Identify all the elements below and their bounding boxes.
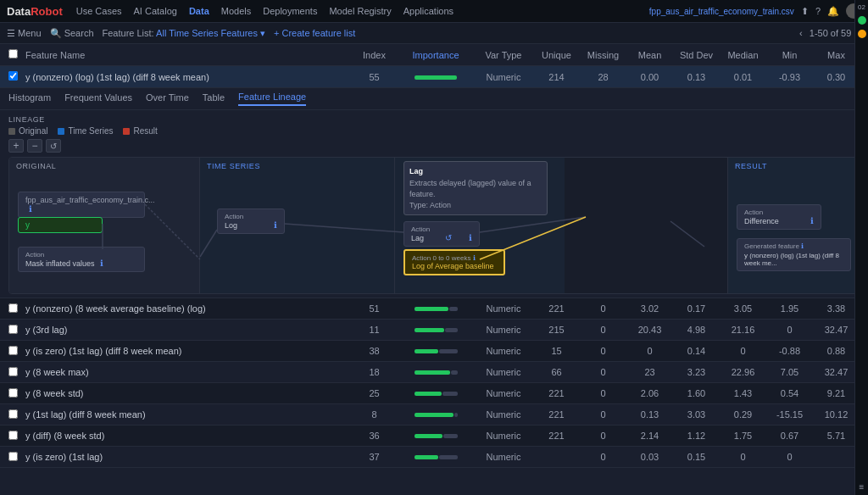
row-index: 38 — [351, 346, 398, 356]
table-row[interactable]: y (is zero) (1st lag) (diff 8 week mean)… — [0, 341, 868, 362]
row-cb[interactable] — [8, 303, 25, 314]
table-row[interactable]: y (8 week max) 18 Numeric 66 0 23 3.23 2… — [0, 362, 868, 383]
row-min: 0.67 — [766, 431, 813, 441]
selected-feature-row[interactable]: y (nonzero) (log) (1st lag) (diff 8 week… — [0, 66, 868, 88]
log-action-node[interactable]: Action Log ℹ — [217, 209, 285, 234]
header-unique[interactable]: Unique — [533, 50, 580, 60]
header-stddev[interactable]: Std Dev — [673, 50, 720, 60]
row-checkbox[interactable] — [8, 71, 25, 82]
row-vartype: Numeric — [474, 325, 533, 335]
tab-table[interactable]: Table — [203, 92, 225, 105]
time-series-section: TIME SERIES Action Log ℹ — [200, 158, 395, 293]
row-name: y (is zero) (1st lag) — [25, 452, 351, 462]
zoom-controls: + − ↺ — [8, 139, 860, 153]
feature-list-value[interactable]: All Time Series Features — [156, 28, 258, 38]
table-row[interactable]: y (diff) (8 week std) 36 Numeric 221 0 2… — [0, 425, 868, 447]
filename: fpp_aus_air_traffic_economy_train.csv — [649, 7, 794, 16]
row-unique: 15 — [533, 346, 580, 356]
y-node[interactable]: y — [18, 217, 103, 233]
page-number-badge: 02 — [858, 3, 865, 11]
row-name: y (3rd lag) — [25, 325, 351, 335]
tab-over-time[interactable]: Over Time — [146, 92, 189, 105]
row-mean: 2.06 — [626, 388, 673, 398]
search-button[interactable]: 🔍 Search — [50, 28, 94, 39]
nav-applications[interactable]: Applications — [403, 6, 453, 16]
reset-zoom-button[interactable]: ↺ — [46, 139, 61, 153]
row-index: 25 — [351, 388, 398, 398]
nav-model-registry[interactable]: Model Registry — [329, 6, 391, 16]
row-cb[interactable] — [8, 367, 25, 378]
row-max: 0.88 — [813, 346, 860, 356]
row-name: y (8 week std) — [25, 388, 351, 398]
nav-data[interactable]: Data — [189, 6, 209, 16]
row-index: 36 — [351, 431, 398, 441]
pagination: ‹ 1-50 of 59 › — [799, 28, 861, 38]
table-row[interactable]: y (nonzero) (8 week average baseline) (l… — [0, 298, 868, 320]
create-feature-button[interactable]: + Create feature list — [274, 28, 355, 38]
header-median[interactable]: Median — [720, 50, 766, 60]
legend-time-series: Time Series — [58, 126, 113, 136]
header-max[interactable]: Max — [813, 50, 860, 60]
file-node[interactable]: fpp_aus_air_traffic_economy_train.c... ℹ — [18, 192, 145, 218]
time-series-label: TIME SERIES — [200, 158, 394, 175]
top-nav-right: fpp_aus_air_traffic_economy_train.csv ⬆ … — [649, 3, 861, 19]
row-max: 3.38 — [813, 303, 860, 314]
panel-menu-icon[interactable]: ≡ — [860, 482, 865, 492]
original-label: ORIGINAL — [9, 158, 199, 175]
tab-frequent-values[interactable]: Frequent Values — [64, 92, 132, 105]
mask-action-node[interactable]: Action Mask inflated values ℹ — [18, 247, 145, 272]
row-missing: 0 — [580, 409, 626, 420]
prev-page-button[interactable]: ‹ — [799, 28, 803, 38]
row-cb[interactable] — [8, 409, 25, 420]
row-cb[interactable] — [8, 346, 25, 357]
header-importance[interactable]: Importance — [398, 50, 474, 60]
row-cb[interactable] — [8, 388, 25, 399]
row-min: 7.05 — [766, 367, 813, 377]
row-std: 4.98 — [673, 325, 720, 335]
table-row[interactable]: y (3rd lag) 11 Numeric 215 0 20.43 4.98 … — [0, 320, 868, 341]
logo[interactable]: Data Robot — [7, 5, 63, 18]
nav-ai-catalog[interactable]: AI Catalog — [134, 6, 177, 16]
row-cb[interactable] — [8, 325, 25, 336]
generated-feature-node[interactable]: Generated feature ℹ y (nonzero) (log) (1… — [737, 238, 851, 271]
table-row[interactable]: y (is zero) (1st lag) 37 Numeric 0 0.03 … — [0, 447, 868, 468]
header-index[interactable]: Index — [351, 50, 398, 60]
table-row[interactable]: y (1st lag) (diff 8 week mean) 8 Numeric… — [0, 404, 868, 425]
legend-result: Result — [123, 126, 157, 136]
selected-index: 55 — [351, 72, 398, 82]
zoom-in-button[interactable]: + — [8, 139, 24, 153]
menu-button[interactable]: ☰ Menu — [7, 28, 42, 39]
nav-deployments[interactable]: Deployments — [263, 6, 317, 16]
row-median: 21.16 — [720, 325, 766, 335]
row-cb[interactable] — [8, 452, 25, 463]
lag-action-node[interactable]: Action Lag ↺ ℹ — [403, 221, 480, 247]
row-name: y (nonzero) (8 week average baseline) (l… — [25, 303, 351, 314]
tab-histogram[interactable]: Histogram — [8, 92, 51, 105]
table-row[interactable]: y (8 week std) 25 Numeric 221 0 2.06 1.6… — [0, 383, 868, 404]
row-missing: 0 — [580, 367, 626, 377]
lineage-label: LINEAGE — [8, 115, 860, 124]
row-max: 9.21 — [813, 388, 860, 398]
diff-action-node[interactable]: Action Difference ℹ — [737, 204, 821, 230]
orange-status-icon[interactable] — [858, 30, 866, 38]
row-missing: 0 — [580, 346, 626, 356]
nav-models[interactable]: Models — [221, 6, 251, 16]
zoom-out-button[interactable]: − — [27, 139, 42, 153]
tab-feature-lineage[interactable]: Feature Lineage — [238, 92, 306, 106]
header-missing[interactable]: Missing — [580, 50, 626, 60]
nav-use-cases[interactable]: Use Cases — [76, 6, 122, 16]
row-cb[interactable] — [8, 431, 25, 442]
header-var-type[interactable]: Var Type — [474, 50, 533, 60]
notification-icon[interactable]: 🔔 — [827, 6, 839, 17]
baseline-action-node[interactable]: Action 0 to 0 weeks ℹ Log of Average bas… — [403, 249, 505, 275]
green-status-icon[interactable] — [858, 16, 866, 25]
share-icon[interactable]: ⬆ — [801, 6, 809, 17]
question-icon[interactable]: ? — [815, 6, 821, 16]
selected-missing: 28 — [580, 72, 626, 82]
header-feature-name: Feature Name — [25, 50, 351, 60]
logo-robot: Robot — [31, 5, 63, 18]
selected-stddev: 0.13 — [673, 72, 720, 82]
header-checkbox[interactable] — [8, 49, 25, 60]
header-min[interactable]: Min — [766, 50, 813, 60]
header-mean[interactable]: Mean — [626, 50, 673, 60]
